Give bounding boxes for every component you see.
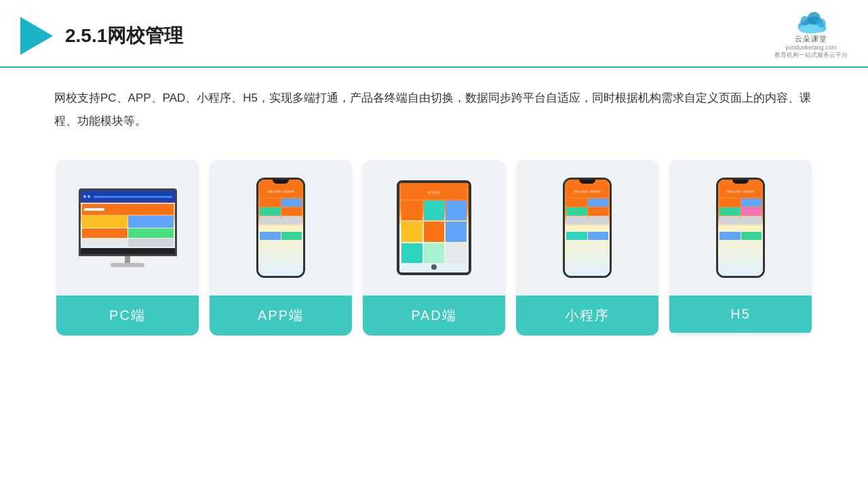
phone-mockup-app: 职通人的第一堂训练课 [256,178,305,278]
card-pad-image: 学习平台 [363,160,505,296]
page-title: 2.5.1网校管理 [65,23,183,49]
card-pad: 学习平台 PAD端 [363,160,505,336]
brand-logo: 云朵课堂 yunduoketang.com 教育机构一站式服务云平台 [774,12,848,60]
header-right: 云朵课堂 yunduoketang.com 教育机构一站式服务云平台 [774,12,848,60]
cloud-icon [793,12,829,34]
play-icon [20,17,53,55]
tablet-screen: 学习平台 [399,183,469,272]
phone-screen-mini: 职通人的第一堂训练课 [565,180,610,276]
card-h5-label: H5 [669,296,812,333]
tablet-mockup: 学习平台 [397,180,471,275]
brand-name: 云朵课堂 [795,34,827,44]
card-miniprogram: 职通人的第一堂训练课 [516,160,658,336]
phone-screen-app: 职通人的第一堂训练课 [258,180,303,276]
header-left: 2.5.1网校管理 [20,17,183,55]
card-h5: 职通人的第一堂训练课 [669,160,812,336]
card-pc: PC端 [56,160,199,336]
card-h5-image: 职通人的第一堂训练课 [669,160,812,296]
card-pc-label: PC端 [56,296,199,336]
phone-screen-h5: 职通人的第一堂训练课 [718,180,763,276]
phone-mockup-miniprogram: 职通人的第一堂训练课 [563,178,612,278]
phone-mockup-h5: 职通人的第一堂训练课 [716,178,765,278]
brand-url: yunduoketang.com [785,44,837,51]
description-text: 网校支持PC、APP、PAD、小程序、H5，实现多端打通，产品各终端自由切换，数… [0,68,868,140]
svg-point-6 [816,18,826,28]
card-miniprogram-label: 小程序 [516,296,658,336]
card-miniprogram-image: 职通人的第一堂训练课 [516,160,658,296]
card-app: 职通人的第一堂训练课 [210,160,352,336]
monitor-screen [79,188,177,256]
cards-container: PC端 职通人的第一堂训练课 [0,140,868,356]
monitor-mockup [79,188,177,267]
phone-notch-mini [579,180,595,184]
header: 2.5.1网校管理 云朵课堂 yunduoketang.com 教育机构一站式服… [0,0,868,68]
brand-tagline: 教育机构一站式服务云平台 [774,51,848,60]
card-app-label: APP端 [210,296,352,336]
card-app-image: 职通人的第一堂训练课 [210,160,352,296]
phone-notch [273,180,289,184]
tablet-home-btn [431,264,437,270]
card-pc-image [56,160,199,296]
phone-notch-h5 [732,180,749,184]
card-pad-label: PAD端 [363,296,505,336]
